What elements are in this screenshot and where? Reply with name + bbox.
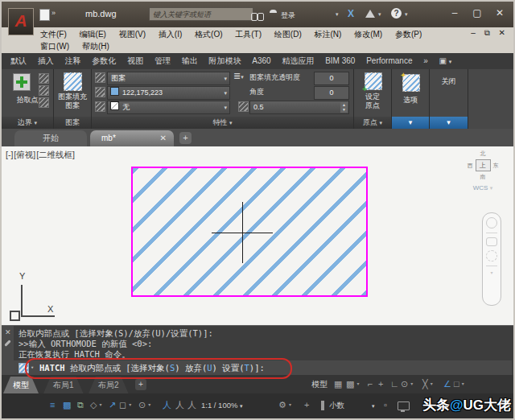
menu-modify[interactable]: 修改(M) bbox=[354, 28, 382, 41]
viewcube-south[interactable]: 南 bbox=[462, 173, 504, 181]
snap-mode-icon[interactable]: ▩ ▾ bbox=[346, 377, 359, 391]
menu-insert[interactable]: 插入(I) bbox=[159, 28, 182, 41]
dynamic-input-plus-icon[interactable]: + bbox=[378, 377, 383, 391]
document-window-controls[interactable]: – ⧉ ✕ bbox=[471, 28, 509, 38]
units-caret-icon[interactable]: ▾ bbox=[372, 403, 375, 410]
ribbon-tab-performance[interactable]: Performance bbox=[366, 53, 412, 69]
new-document-icon[interactable] bbox=[39, 9, 50, 21]
wcs-dropdown[interactable]: WCS ▾ bbox=[462, 184, 504, 191]
selection-filter-icon[interactable]: ◻ ▾ bbox=[119, 398, 131, 412]
hatch-pattern-icon[interactable] bbox=[64, 72, 82, 91]
isolate-objects-icon[interactable]: ▫ bbox=[384, 398, 387, 412]
search-icon[interactable] bbox=[251, 10, 264, 24]
model-space-toggle[interactable]: 模型 bbox=[311, 379, 328, 390]
help-dropdown-icon[interactable]: ▾ bbox=[405, 11, 408, 18]
pan-icon[interactable] bbox=[486, 237, 497, 246]
viewcube[interactable]: 北 西上东 南 WCS ▾ bbox=[462, 150, 504, 191]
file-tab-start[interactable]: 开始 bbox=[14, 130, 87, 146]
annotation-visibility-icon[interactable]: 人 bbox=[163, 398, 171, 412]
panel-label-boundaries[interactable]: 边界 ▾ bbox=[2, 117, 53, 129]
quick-access-overflow-icon[interactable]: » bbox=[52, 9, 56, 17]
panel-label-origin[interactable]: 原点 ▾ bbox=[354, 117, 391, 129]
minimize-button[interactable]: – bbox=[446, 7, 464, 19]
gizmo-icon[interactable]: ⊙ ▾ bbox=[138, 398, 150, 412]
layout-tab-model[interactable]: 模型 bbox=[3, 377, 39, 393]
application-menu-button[interactable]: A bbox=[8, 8, 34, 35]
workspace-gear-icon[interactable]: ⚙ ▾ bbox=[278, 398, 291, 412]
transparency-value[interactable]: 0 bbox=[314, 72, 349, 85]
panel-label-properties[interactable]: 特性 ▾ bbox=[92, 117, 353, 129]
communication-center-icon[interactable] bbox=[365, 10, 375, 18]
remove-boundary-icon[interactable] bbox=[39, 85, 49, 96]
exchange-apps-icon[interactable]: X bbox=[348, 8, 354, 19]
scale-spinner[interactable]: ▲▼ bbox=[340, 102, 348, 113]
ribbon-tab-parametric[interactable]: 参数化 bbox=[92, 53, 116, 69]
options-button[interactable]: 选项 bbox=[392, 95, 429, 105]
ribbon-tab-output[interactable]: 输出 bbox=[182, 53, 198, 69]
ribbon-tab-bim360[interactable]: BIM 360 bbox=[325, 53, 355, 69]
hatch-pattern-button-line2[interactable]: 图案 bbox=[54, 101, 91, 111]
search-input[interactable] bbox=[149, 7, 253, 21]
file-tab-close-icon[interactable]: ✕ bbox=[160, 130, 167, 146]
set-origin-button-line2[interactable]: 原点 bbox=[354, 101, 391, 111]
ribbon-state-icon[interactable]: ▣ ▾ bbox=[439, 53, 452, 70]
select-boundary-icon[interactable] bbox=[39, 73, 49, 84]
units-dropdown[interactable]: 小数 bbox=[329, 401, 344, 411]
annotation-monitor-plus-icon[interactable]: + bbox=[304, 398, 309, 412]
ortho-mode-icon[interactable]: ∟ bbox=[390, 377, 399, 391]
menu-format[interactable]: 格式(O) bbox=[195, 28, 222, 41]
maximize-button[interactable]: ▢ bbox=[468, 7, 486, 19]
viewport-minimize-control[interactable]: [-] bbox=[6, 150, 13, 159]
grid-display-icon[interactable]: ▦ bbox=[334, 377, 342, 391]
menu-tools[interactable]: 工具(T) bbox=[235, 28, 262, 41]
menu-help[interactable]: 帮助(H) bbox=[82, 40, 109, 53]
object-snap-tracking-icon[interactable]: ∠ bbox=[443, 377, 451, 391]
close-panel-expander[interactable]: ▾ bbox=[430, 117, 468, 129]
layout-tab-layout2[interactable]: 布局2 bbox=[89, 377, 129, 393]
background-color-dropdown[interactable]: 无▾ bbox=[107, 101, 230, 114]
user-icon[interactable] bbox=[270, 9, 277, 13]
menu-edit[interactable]: 编辑(E) bbox=[80, 28, 106, 41]
comm-dropdown-icon[interactable]: ▾ bbox=[378, 11, 381, 18]
ribbon-tab-overflow-icon[interactable]: » bbox=[423, 53, 428, 69]
hatch-color-dropdown[interactable]: 122,175,223▾ bbox=[107, 86, 230, 100]
clean-screen-icon[interactable] bbox=[398, 401, 410, 410]
osnap-3d-icon[interactable]: ◇ ▾ bbox=[90, 398, 102, 412]
layers-icon[interactable]: ≣▾ bbox=[233, 71, 244, 81]
close-hatch-button[interactable]: 关闭 bbox=[430, 76, 468, 87]
viewport-view-control[interactable]: [俯视] bbox=[14, 150, 35, 159]
layout-tab-layout1[interactable]: 布局1 bbox=[43, 377, 84, 393]
navbar-more-icon[interactable]: ▾ bbox=[483, 270, 501, 275]
navigation-wheel-icon[interactable] bbox=[486, 217, 497, 229]
menu-dimension[interactable]: 标注(N) bbox=[315, 28, 342, 41]
polar-tracking-icon[interactable]: ⊙ ▾ bbox=[401, 377, 413, 391]
viewcube-top[interactable]: 上 bbox=[476, 159, 491, 171]
new-drawing-tab-button[interactable]: + bbox=[179, 132, 192, 144]
help-icon[interactable]: ? bbox=[391, 8, 402, 19]
isometric-drafting-icon[interactable]: ╳ ▾ bbox=[422, 377, 433, 391]
menu-file[interactable]: 文件(F) bbox=[40, 28, 67, 41]
selection-cycling-icon[interactable]: ⧉ bbox=[77, 398, 84, 412]
lineweight-icon[interactable]: ≡ bbox=[50, 398, 55, 412]
angle-value[interactable]: 0 bbox=[314, 86, 349, 100]
dynamic-input-icon[interactable]: ⌐ bbox=[368, 377, 373, 391]
sign-in-button[interactable]: 登录 bbox=[281, 10, 295, 21]
navigation-bar[interactable]: ▾ bbox=[482, 212, 501, 306]
command-wrench-icon[interactable] bbox=[4, 340, 10, 346]
hatch-scale-field[interactable]: 0.5 ▲▼ bbox=[249, 101, 349, 114]
drawing-canvas[interactable]: [-][俯视][二维线框] 北 西上东 南 WCS ▾ ▾ Y bbox=[2, 146, 513, 325]
annotation-scale-value[interactable]: 1:1 / 100% ▾ bbox=[201, 401, 243, 410]
menu-draw[interactable]: 绘图(D) bbox=[274, 28, 302, 41]
object-snap-icon[interactable]: □ ▾ bbox=[454, 377, 464, 391]
viewcube-east[interactable]: 东 bbox=[493, 162, 499, 170]
ribbon-tab-view[interactable]: 视图 bbox=[127, 53, 143, 69]
hatch-type-dropdown[interactable]: 图案▾ bbox=[107, 72, 230, 85]
recreate-boundary-icon[interactable] bbox=[39, 97, 49, 108]
file-tab-current[interactable]: mb* ✕ bbox=[90, 130, 174, 146]
viewcube-west[interactable]: 西 bbox=[468, 162, 473, 170]
menu-window[interactable]: 窗口(W) bbox=[40, 40, 69, 53]
signin-dropdown-icon[interactable]: ▾ bbox=[336, 11, 339, 18]
close-button[interactable]: ✕ bbox=[491, 7, 509, 19]
annotation-autoscale-icon[interactable]: 人 bbox=[175, 398, 184, 412]
zoom-icon[interactable] bbox=[486, 250, 497, 261]
